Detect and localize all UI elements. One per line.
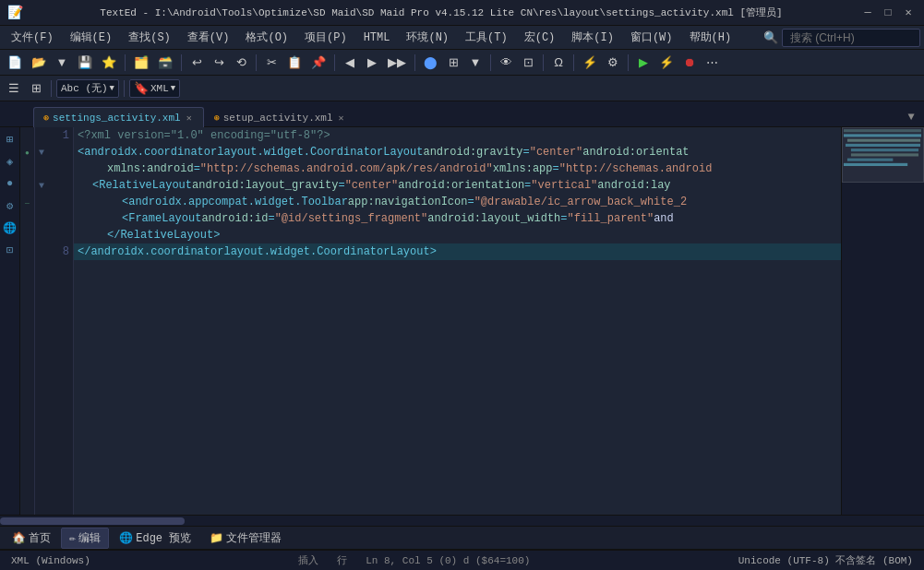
grid3-btn[interactable]: ⊞ <box>26 78 46 99</box>
nav-file-manager[interactable]: 📁 文件管理器 <box>201 528 290 549</box>
punct-lt-4: < <box>92 177 99 194</box>
file-mgr2-btn[interactable]: 🗃️ <box>154 53 176 73</box>
view2-btn[interactable]: ⊡ <box>518 53 538 73</box>
linenum-4 <box>52 177 69 194</box>
forward2-btn[interactable]: ▶▶ <box>384 53 410 73</box>
new-btn[interactable]: 📄 <box>4 53 26 73</box>
redo-btn[interactable]: ↪ <box>209 53 229 73</box>
forward-btn[interactable]: ▶ <box>362 53 382 73</box>
tab-settings-activity[interactable]: ⊛ settings_activity.xml ✕ <box>33 107 204 127</box>
menu-file[interactable]: 文件(F) <box>4 28 61 47</box>
linenum-3 <box>52 160 69 177</box>
back-btn[interactable]: ◀ <box>340 53 360 73</box>
empty-line-9 <box>74 260 841 277</box>
maximize-button[interactable]: □ <box>880 5 896 21</box>
menu-find[interactable]: 查找(S) <box>121 28 178 47</box>
menu-window[interactable]: 窗口(W) <box>623 28 680 47</box>
save-btn[interactable]: 💾 <box>74 53 96 73</box>
file-mgr-btn[interactable]: 🗂️ <box>130 53 152 73</box>
minimap[interactable] <box>841 127 924 515</box>
tab-close-2[interactable]: ✕ <box>337 112 346 125</box>
menu-edit[interactable]: 编辑(E) <box>63 28 120 47</box>
tag-toolbar: androidx.appcompat.widget.Toolbar <box>128 194 348 210</box>
menu-html[interactable]: HTML <box>356 30 398 46</box>
empty-line-15 <box>74 360 841 376</box>
run-btn[interactable]: ▶ <box>633 53 654 73</box>
t2-btn[interactable]: ⚙ <box>603 53 623 73</box>
open-btn[interactable]: 📂 <box>28 53 50 73</box>
eq-6b: = <box>560 210 567 227</box>
sidebar-icon-5[interactable]: 🌐 <box>2 220 18 236</box>
empty-line-19 <box>74 426 841 443</box>
sidebar-icon-6[interactable]: ⊡ <box>2 242 18 258</box>
grid-btn[interactable]: ⊞ <box>443 53 463 73</box>
search-input[interactable] <box>782 29 920 47</box>
paste-btn[interactable]: 📌 <box>307 53 330 73</box>
copy-btn[interactable]: 📋 <box>283 53 306 73</box>
grid2-btn[interactable]: ▼ <box>465 53 486 73</box>
code-line-2: <androidx.coordinatorlayout.widget.Coord… <box>74 144 841 160</box>
rec-btn[interactable]: ⏺ <box>679 53 700 73</box>
scrollbar-thumb[interactable] <box>0 517 185 525</box>
dropdown-arrow: ▼ <box>110 84 114 93</box>
nav-home[interactable]: 🏠 首页 <box>4 528 59 549</box>
dot-2: ● <box>20 144 34 160</box>
encoding-dropdown[interactable]: Abc (无) ▼ <box>56 79 119 98</box>
code-editor[interactable]: <?xml version="1.0" encoding="utf-8"?> <… <box>74 127 841 515</box>
menu-format[interactable]: 格式(O) <box>238 28 295 47</box>
svg-rect-3 <box>846 144 920 147</box>
minimize-button[interactable]: — <box>859 5 876 21</box>
run2-btn[interactable]: ⚡ <box>655 53 678 73</box>
tag-relative: RelativeLayout <box>99 177 192 194</box>
menu-project[interactable]: 项目(P) <box>297 28 354 47</box>
editor-wrapper: ⊞ ◈ ● ⚙ 🌐 ⊡ ● — ▼ <box>0 127 924 515</box>
menu-view[interactable]: 查看(V) <box>180 28 237 47</box>
fold-4[interactable]: ▼ <box>35 177 48 194</box>
menu-macro[interactable]: 宏(C) <box>517 28 563 47</box>
circle-btn[interactable]: ⬤ <box>420 53 441 73</box>
view-btn[interactable]: 👁 <box>496 53 516 73</box>
nav-edit[interactable]: ✏️ 编辑 <box>61 528 109 549</box>
sidebar-icon-2[interactable]: ◈ <box>2 153 18 170</box>
menu-env[interactable]: 环境(N) <box>399 28 456 47</box>
list-btn[interactable]: ☰ <box>4 78 24 99</box>
lang-icon: 🔖 <box>134 81 149 96</box>
sidebar-icon-4[interactable]: ⚙ <box>2 197 18 214</box>
attr-lw: android:layout_width <box>427 210 560 227</box>
toolbar-1: 📄 📂 ▼ 💾 ⭐ 🗂️ 🗃️ ↩ ↪ ⟲ ✂ 📋 📌 ◀ ▶ ▶▶ ⬤ ⊞ ▼… <box>0 50 924 76</box>
tab-label-1: settings_activity.xml <box>53 113 181 124</box>
nav-edge-preview[interactable]: 🌐 Edge 预览 <box>111 528 199 549</box>
svg-rect-2 <box>847 139 920 142</box>
char-btn[interactable]: Ω <box>548 53 569 73</box>
tab-label-2: setup_activity.xml <box>223 113 333 124</box>
menu-script[interactable]: 脚本(I) <box>564 28 621 47</box>
cut-btn[interactable]: ✂ <box>261 53 282 73</box>
tab-close-1[interactable]: ✕ <box>185 112 194 125</box>
fav-btn[interactable]: ⭐ <box>98 53 120 73</box>
left-sidebar: ⊞ ◈ ● ⚙ 🌐 ⊡ <box>0 127 20 515</box>
filemgr-icon: 📁 <box>210 531 223 545</box>
undo2-btn[interactable]: ⟲ <box>231 53 251 73</box>
menu-help[interactable]: 帮助(H) <box>682 28 739 47</box>
tab-more-button[interactable]: ▼ <box>902 108 920 126</box>
horizontal-scrollbar[interactable] <box>0 515 924 526</box>
attr-orient: android:orientat <box>582 144 689 160</box>
menu-tools[interactable]: 工具(T) <box>458 28 515 47</box>
more-btn[interactable]: ⋯ <box>702 53 722 73</box>
lang-dropdown[interactable]: 🔖 XML ▼ <box>129 79 180 98</box>
t1-btn[interactable]: ⚡ <box>579 53 601 73</box>
close-button[interactable]: ✕ <box>900 5 917 21</box>
fold-2[interactable]: ▼ <box>35 144 48 160</box>
toolbar-2: ☰ ⊞ Abc (无) ▼ 🔖 XML ▼ <box>0 76 924 101</box>
undo-btn[interactable]: ↩ <box>186 53 207 73</box>
tab-setup-activity[interactable]: ⊛ setup_activity.xml ✕ <box>204 107 356 127</box>
empty-line-12 <box>74 310 841 327</box>
sidebar-icon-1[interactable]: ⊞ <box>2 131 18 148</box>
svg-rect-5 <box>851 153 918 156</box>
val-orient2: "vertical" <box>531 177 597 194</box>
fold-8 <box>35 243 48 260</box>
status-bar: XML (Windows) 插入 行 Ln 8, Col 5 (0) d ($6… <box>0 550 924 570</box>
sidebar-icon-3[interactable]: ● <box>2 175 18 192</box>
open-dropdown[interactable]: ▼ <box>52 53 72 73</box>
tab-xml-icon: ⊛ <box>43 113 49 124</box>
